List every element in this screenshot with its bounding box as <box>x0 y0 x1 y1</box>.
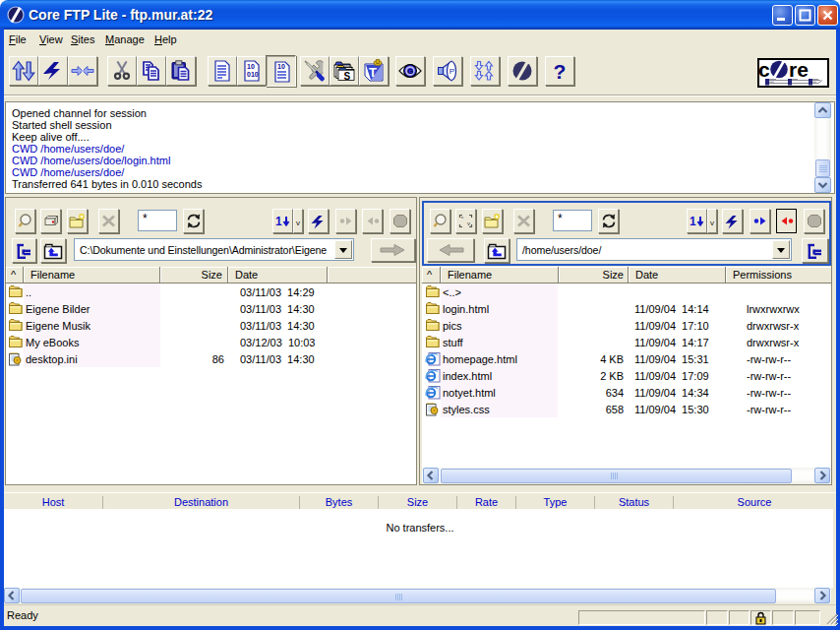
svg-text:T: T <box>369 65 377 80</box>
svg-text:P: P <box>450 67 454 76</box>
svg-text:1: 1 <box>275 215 282 228</box>
svg-text:^: ^ <box>461 216 464 221</box>
svg-text:c: c <box>759 60 770 81</box>
svg-text:v: v <box>296 219 300 227</box>
svg-text:1: 1 <box>690 215 696 228</box>
svg-text:v: v <box>710 219 714 227</box>
svg-text:10: 10 <box>247 63 255 70</box>
svg-text:?: ? <box>554 60 567 83</box>
svg-text:G: G <box>407 67 413 76</box>
svg-text:v: v <box>467 220 470 226</box>
svg-text:010: 010 <box>247 71 259 78</box>
svg-text:re: re <box>789 60 809 81</box>
svg-text:10: 10 <box>277 63 285 70</box>
svg-text:S: S <box>344 71 351 82</box>
